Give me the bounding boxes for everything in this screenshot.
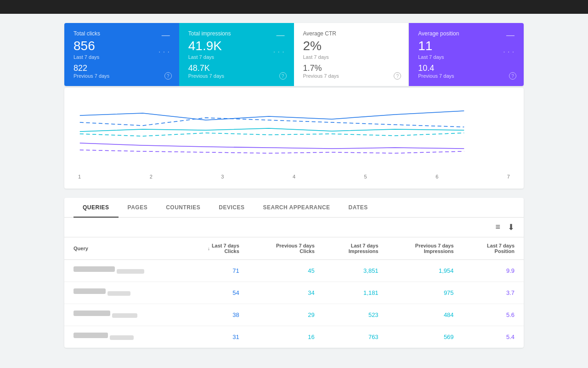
- line-impressions-current: [80, 128, 464, 132]
- impressions-last7-1: 3,851: [324, 260, 388, 282]
- stats-row: Total clicks 856 Last 7 days — 822 Previ…: [64, 23, 524, 86]
- x-label-7: 7: [507, 174, 510, 179]
- stat-prev-period-ctr: Previous 7 days: [303, 73, 400, 79]
- impressions-last7-2: 1,181: [324, 282, 388, 304]
- clicks-last7-2: 54: [182, 282, 249, 304]
- stat-card-position: Average position 11 Last 7 days — 10.4 P…: [409, 23, 524, 86]
- stat-prev-value-position: 10.4: [418, 63, 514, 73]
- table-row: 71 45 3,851 1,954 9.9: [64, 260, 524, 282]
- stat-dash-clicks: —: [162, 30, 170, 40]
- stat-card-total-clicks: Total clicks 856 Last 7 days — 822 Previ…: [64, 23, 179, 86]
- stat-dash-position: —: [506, 30, 514, 40]
- stat-label-position: Average position: [418, 30, 514, 37]
- clicks-prev7-1: 45: [249, 260, 324, 282]
- line-position-prev: [80, 150, 464, 153]
- x-label-3: 3: [221, 174, 224, 179]
- stat-value-position: 11: [418, 39, 514, 53]
- x-label-2: 2: [150, 174, 153, 179]
- clicks-last7-4: 31: [182, 326, 249, 348]
- clicks-last7-3: 38: [182, 304, 249, 326]
- download-icon[interactable]: ⬇: [508, 222, 514, 232]
- query-cell-4: [64, 326, 182, 348]
- th-last7-clicks[interactable]: ↓ Last 7 days Clicks: [182, 237, 249, 260]
- impressions-last7-4: 763: [324, 326, 388, 348]
- stat-prev-period-clicks: Previous 7 days: [74, 73, 170, 79]
- th-query: Query: [64, 237, 182, 260]
- stat-dash-impressions: —: [277, 30, 285, 40]
- position-last7-2: 3.7: [463, 282, 524, 304]
- stat-help-impressions[interactable]: ?: [279, 72, 287, 80]
- tab-dates[interactable]: DATES: [339, 198, 377, 217]
- th-prev7-impressions[interactable]: Previous 7 days Impressions: [388, 237, 463, 260]
- stat-help-position[interactable]: ?: [509, 72, 516, 80]
- tab-devices[interactable]: DEVICES: [209, 198, 254, 217]
- tabs-section: QUERIES PAGES COUNTRIES DEVICES SEARCH A…: [64, 198, 524, 348]
- stat-value-ctr: 2%: [303, 39, 400, 53]
- stat-label-ctr: Average CTR: [303, 30, 400, 37]
- th-prev7-clicks[interactable]: Previous 7 days Clicks: [249, 237, 324, 260]
- line-impressions-prev: [80, 133, 464, 136]
- x-label-1: 1: [78, 174, 81, 179]
- chart-container: 1 2 3 4 5 6 7: [64, 88, 524, 189]
- stat-value-impressions: 41.9K: [188, 39, 285, 53]
- tab-countries[interactable]: COUNTRIES: [157, 198, 209, 217]
- line-position-current: [80, 143, 464, 149]
- table-row: 31 16 763 569 5.4: [64, 326, 524, 348]
- stat-prev-value-clicks: 822: [74, 63, 170, 73]
- stat-period-position: Last 7 days: [418, 54, 514, 60]
- stat-period-clicks: Last 7 days: [74, 54, 170, 60]
- position-last7-4: 5.4: [463, 326, 524, 348]
- stat-help-clicks[interactable]: ?: [164, 72, 172, 80]
- stat-label-clicks: Total clicks: [74, 30, 170, 37]
- stat-prev-period-position: Previous 7 days: [418, 73, 514, 79]
- stat-card-ctr: Average CTR 2% Last 7 days 1.7% Previous…: [294, 23, 409, 86]
- query-cell-3: [64, 304, 182, 326]
- x-label-5: 5: [364, 174, 367, 179]
- impressions-prev7-3: 484: [388, 304, 463, 326]
- tab-search-appearance[interactable]: SEARCH APPEARANCE: [254, 198, 339, 217]
- stat-dash-prev-position: · · ·: [503, 48, 514, 55]
- stat-prev-value-impressions: 48.7K: [188, 63, 285, 73]
- impressions-prev7-1: 1,954: [388, 260, 463, 282]
- stat-prev-period-impressions: Previous 7 days: [188, 73, 285, 79]
- sort-arrow-icon: ↓: [208, 246, 210, 251]
- clicks-last7-1: 71: [182, 260, 249, 282]
- top-bar: [0, 0, 588, 14]
- filter-icon[interactable]: ≡: [495, 222, 500, 232]
- impressions-last7-3: 523: [324, 304, 388, 326]
- position-last7-3: 5.6: [463, 304, 524, 326]
- stat-dash-prev-impressions: · · ·: [273, 48, 284, 55]
- tab-queries[interactable]: QUERIES: [74, 198, 119, 217]
- line-chart: [74, 97, 514, 171]
- clicks-prev7-4: 16: [249, 326, 324, 348]
- stat-period-impressions: Last 7 days: [188, 54, 285, 60]
- stat-help-ctr[interactable]: ?: [394, 72, 401, 80]
- th-last7-position[interactable]: Last 7 days Position: [463, 237, 524, 260]
- stat-period-ctr: Last 7 days: [303, 54, 400, 60]
- stat-card-impressions: Total impressions 41.9K Last 7 days — 48…: [179, 23, 294, 86]
- impressions-prev7-4: 569: [388, 326, 463, 348]
- stat-dash-prev-clicks: · · ·: [158, 48, 170, 55]
- stat-label-impressions: Total impressions: [188, 30, 285, 37]
- th-last7-impressions[interactable]: Last 7 days Impressions: [324, 237, 388, 260]
- clicks-prev7-2: 34: [249, 282, 324, 304]
- table-toolbar: ≡ ⬇: [64, 218, 524, 237]
- chart-x-axis: 1 2 3 4 5 6 7: [74, 174, 514, 179]
- tabs-bar: QUERIES PAGES COUNTRIES DEVICES SEARCH A…: [64, 198, 524, 218]
- queries-table: Query ↓ Last 7 days Clicks Previous 7 da…: [64, 237, 524, 348]
- clicks-prev7-3: 29: [249, 304, 324, 326]
- tab-pages[interactable]: PAGES: [119, 198, 157, 217]
- line-clicks-prev: [80, 118, 464, 127]
- x-label-4: 4: [293, 174, 295, 179]
- stat-prev-value-ctr: 1.7%: [303, 63, 400, 73]
- line-clicks-current: [80, 111, 464, 120]
- table-row: 54 34 1,181 975 3.7: [64, 282, 524, 304]
- query-cell-2: [64, 282, 182, 304]
- query-cell-1: [64, 260, 182, 282]
- stat-value-clicks: 856: [74, 39, 170, 53]
- x-label-6: 6: [435, 174, 438, 179]
- position-last7-1: 9.9: [463, 260, 524, 282]
- impressions-prev7-2: 975: [388, 282, 463, 304]
- table-row: 38 29 523 484 5.6: [64, 304, 524, 326]
